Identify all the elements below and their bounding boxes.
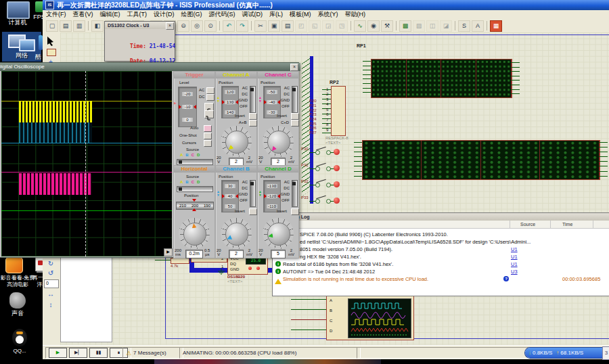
undo-icon[interactable]: ↶ xyxy=(223,20,235,32)
object-selector-panel[interactable] xyxy=(60,256,112,342)
block-delete-icon[interactable]: ◳ xyxy=(336,20,348,32)
selection-cursor-icon[interactable] xyxy=(47,37,55,46)
menu-edit[interactable]: 编辑(E) xyxy=(97,10,124,19)
pause-button[interactable]: ▮▮ xyxy=(89,348,108,358)
menu-template[interactable]: 模板(M) xyxy=(286,10,315,19)
rotate-ccw-icon[interactable]: ↺ xyxy=(45,269,56,278)
zoom-area-icon[interactable]: ⊙ xyxy=(204,20,217,32)
horizontal-position-scale[interactable]: 210200190 xyxy=(176,199,212,211)
rotate-cw-icon[interactable]: ↻ xyxy=(45,260,56,269)
help-icon[interactable]: ? xyxy=(503,276,509,281)
network-speed-widget[interactable]: ↓ 0.8KB/S ↑ 68.1KB/S xyxy=(525,348,608,358)
horizontal-source-slider[interactable] xyxy=(177,186,213,192)
one-shot-button[interactable] xyxy=(204,133,212,139)
new-file-icon[interactable]: ▢ xyxy=(46,20,58,32)
source-editor-icon[interactable]: S xyxy=(458,20,470,32)
ares-pcb-icon[interactable]: ▦ xyxy=(490,20,502,32)
menu-system[interactable]: 系统(Y) xyxy=(315,10,342,19)
remove-sheet-icon[interactable]: ▨ xyxy=(413,20,425,32)
widget-sliver[interactable]: 3 xyxy=(602,346,609,360)
cut-icon[interactable]: ✂ xyxy=(254,20,267,32)
copy-icon[interactable]: ▣ xyxy=(268,20,280,32)
key-p32[interactable]: P32 xyxy=(301,178,342,193)
rp2-body[interactable] xyxy=(331,86,346,136)
trigger-level-scale[interactable]: -20-100 xyxy=(178,87,197,127)
log-col-source[interactable]: Source xyxy=(520,221,535,228)
channel-d-invert-button[interactable] xyxy=(291,208,299,215)
paste-icon[interactable]: ▤ xyxy=(281,20,294,32)
auto-button[interactable] xyxy=(204,125,212,132)
open-file-icon[interactable]: ▤ xyxy=(60,20,72,32)
computer-icon[interactable] xyxy=(7,1,30,19)
import-icon[interactable]: ◧ xyxy=(91,20,104,32)
time-cursor[interactable] xyxy=(85,71,86,256)
block-copy-icon[interactable]: ◰ xyxy=(295,20,307,32)
ds1302-popup-title[interactable]: DS1302 Clock - U3 xyxy=(105,22,175,29)
channel-d-position-scale[interactable]: -130-120-110 xyxy=(263,180,281,212)
qq-icon[interactable] xyxy=(12,329,27,346)
zoom-all-icon[interactable]: ◎ xyxy=(191,20,203,32)
trigger-source-slider[interactable] xyxy=(177,159,213,165)
key-p30[interactable]: P30 xyxy=(301,145,342,160)
oscilloscope-close-icon[interactable]: × xyxy=(290,64,298,71)
trigger-ac-button[interactable] xyxy=(206,87,215,94)
timebase-knob[interactable] xyxy=(179,218,210,249)
channel-b-coupling-slider[interactable] xyxy=(250,180,256,207)
cursors-button[interactable] xyxy=(204,140,212,147)
sound-icon[interactable] xyxy=(9,292,26,309)
flip-vertical-icon[interactable]: ↕ xyxy=(45,301,56,310)
zoom-out-icon[interactable]: ⊖ xyxy=(177,20,189,32)
channel-b-position-scale[interactable]: 304050 xyxy=(221,180,239,212)
oscilloscope-title[interactable]: Digital Oscilloscope xyxy=(0,63,300,71)
channel-c-invert-button[interactable] xyxy=(291,113,299,120)
menu-design[interactable]: 设计(D) xyxy=(150,10,178,19)
menu-tools[interactable]: 工具(T) xyxy=(124,10,151,19)
property-tool-icon[interactable]: ⚒ xyxy=(381,20,393,32)
menu-view[interactable]: 查看(V) xyxy=(70,10,97,19)
trigger-dc-button[interactable] xyxy=(206,94,215,101)
step-button[interactable]: ▶▏ xyxy=(69,348,87,358)
auto-wire-icon[interactable]: ∿ xyxy=(354,20,366,32)
search-tag-icon[interactable]: ◉ xyxy=(367,20,380,32)
menu-file[interactable]: 文件(F) xyxy=(43,10,70,19)
channel-b-invert-button[interactable] xyxy=(249,208,257,215)
menu-debug[interactable]: 调试(D) xyxy=(239,10,267,19)
oscilloscope-part[interactable]: A B C D xyxy=(326,296,414,340)
redo-icon[interactable]: ↷ xyxy=(236,20,248,32)
log-source-link[interactable]: U1 xyxy=(511,254,518,260)
menu-source[interactable]: 源代码(S) xyxy=(206,10,239,19)
exit-parent-icon[interactable]: ◫ xyxy=(426,20,438,32)
led-matrix-2[interactable] xyxy=(362,140,600,180)
channel-c-gain-knob[interactable] xyxy=(263,126,294,157)
menu-graph[interactable]: 绘图(G) xyxy=(178,10,206,19)
simulation-log-title[interactable]: Simulation Log xyxy=(273,213,609,221)
new-sheet-icon[interactable]: ▩ xyxy=(399,20,411,32)
menu-help[interactable]: 帮助(H) xyxy=(342,10,369,19)
ds1302-close-icon[interactable]: × xyxy=(166,22,174,30)
key-p33[interactable]: P33 xyxy=(301,194,342,209)
rotation-angle-input[interactable]: 0 xyxy=(44,279,59,288)
video-app-icon[interactable] xyxy=(5,257,23,273)
block-rotate-icon[interactable]: ◲ xyxy=(322,20,334,32)
channel-a-gain-knob[interactable] xyxy=(221,126,252,157)
log-col-time[interactable]: Time xyxy=(562,221,572,228)
display-scroll-arrow[interactable]: ▶ xyxy=(164,248,173,256)
trigger-edge-falling-button[interactable] xyxy=(204,110,214,118)
channel-a-sum-button[interactable] xyxy=(249,120,257,127)
resistor-4k7[interactable] xyxy=(171,258,189,264)
log-source-link[interactable]: U3 xyxy=(511,269,518,275)
attach-source-icon[interactable]: A xyxy=(472,20,484,32)
led-matrix-1[interactable] xyxy=(371,59,512,98)
channel-b-gain-knob[interactable] xyxy=(221,218,252,249)
messages-panel[interactable]: ⚠ 7 Message(s) xyxy=(122,347,183,359)
channel-d-coupling-slider[interactable] xyxy=(292,180,298,207)
flip-horizontal-icon[interactable]: ↔ xyxy=(45,290,56,299)
play-button[interactable]: ▶ xyxy=(49,348,67,358)
save-icon[interactable]: ▥ xyxy=(73,20,85,32)
channel-a-coupling-slider[interactable] xyxy=(250,86,256,113)
component-mode-icon[interactable] xyxy=(47,49,56,56)
channel-d-gain-knob[interactable] xyxy=(263,218,294,249)
channel-c-coupling-slider[interactable] xyxy=(292,86,298,113)
channel-c-sum-button[interactable] xyxy=(291,120,299,127)
isis-titlebar[interactable]: IS 再一次折腾杜洋的3208LED点阵电子钟 - ISIS Professio… xyxy=(43,0,609,10)
